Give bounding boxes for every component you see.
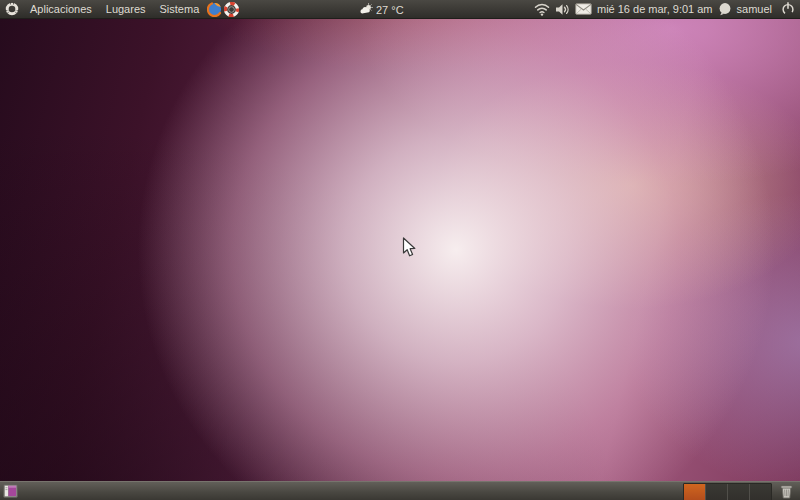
workspace-switcher xyxy=(683,483,772,500)
workspace-1[interactable] xyxy=(684,484,706,500)
trash-applet[interactable] xyxy=(772,484,800,499)
menu-aplicaciones[interactable]: Aplicaciones xyxy=(23,1,99,17)
user-status-bubble-icon[interactable] xyxy=(718,2,732,16)
menu-sistema[interactable]: Sistema xyxy=(153,1,207,17)
firefox-icon xyxy=(207,2,222,17)
sun-cloud-icon xyxy=(360,3,373,16)
bottom-right-applets xyxy=(683,482,800,500)
firefox-launcher[interactable] xyxy=(207,2,222,17)
clock[interactable]: mié 16 de mar, 9:01 am xyxy=(597,3,713,15)
workspace-4[interactable] xyxy=(750,484,771,500)
mail-icon[interactable] xyxy=(575,3,592,15)
menu-lugares[interactable]: Lugares xyxy=(99,1,153,17)
trash-icon xyxy=(780,484,793,499)
help-lifebuoy-icon xyxy=(224,2,239,17)
help-launcher[interactable] xyxy=(224,2,239,17)
power-icon[interactable] xyxy=(781,2,795,16)
indicator-tray: mié 16 de mar, 9:01 am samuel xyxy=(534,2,800,16)
user-menu-label[interactable]: samuel xyxy=(737,3,772,15)
show-desktop-icon[interactable] xyxy=(3,484,18,498)
weather-temperature: 27 °C xyxy=(376,4,404,16)
wifi-icon[interactable] xyxy=(534,3,550,16)
workspace-2[interactable] xyxy=(706,484,728,500)
volume-icon[interactable] xyxy=(555,3,570,16)
weather-applet[interactable]: 27 °C xyxy=(360,0,404,19)
workspace-3[interactable] xyxy=(728,484,750,500)
ubuntu-logo-icon xyxy=(5,2,19,16)
top-panel: Aplicaciones Lugares Sistema xyxy=(0,0,800,19)
bottom-panel xyxy=(0,481,800,500)
desktop-wallpaper[interactable] xyxy=(0,19,800,481)
